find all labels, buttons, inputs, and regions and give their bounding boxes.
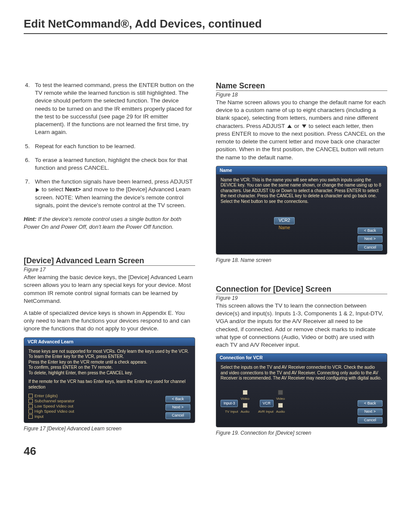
fig17-item1: Enter (digits)	[34, 393, 58, 398]
fig19-title: Connection for VCR	[216, 354, 387, 362]
fig17-item3: Low Speed Video out	[34, 404, 73, 409]
fig19-tv-audio-check	[243, 403, 248, 408]
fig18-name-field: VCR2	[274, 217, 295, 224]
adv-p1: After learning the basic device keys, th…	[24, 274, 195, 305]
fig19-tv-video-check	[243, 390, 248, 395]
fig17-t5: To delete, highlight Enter, then press t…	[28, 370, 190, 376]
right-column: Name Screen Figure 18 The Name screen al…	[216, 81, 387, 436]
fig18-instr: Name the VCR. This is the name you will …	[221, 177, 383, 205]
step-7: When the function signals have been lear…	[31, 178, 195, 209]
hint-label: Hint:	[24, 216, 37, 222]
fig17-item4: High Speed Video out	[34, 409, 74, 414]
fig19-instr: Select the inputs on the TV and AV Recei…	[221, 365, 383, 381]
fig17-t2: To learn the Enter key for the VCR, pres…	[28, 354, 190, 360]
adjust-right-icon	[36, 188, 39, 192]
adv-figref: Figure 17	[24, 267, 195, 273]
figure-18-panel: Name Name the VCR. This is the name you …	[216, 166, 387, 255]
fig17-item2: Subchannel separator	[34, 398, 75, 404]
checkbox-icon	[28, 404, 33, 408]
caption-17: Figure 17 [Device] Advanced Learn screen	[24, 426, 195, 432]
fig19-back-button: < Back	[358, 400, 383, 407]
figure-17-panel: VCR Advanced Learn These keys are not su…	[24, 337, 195, 423]
page-title: Edit NetCommand®, Add Devices, continued	[24, 17, 387, 31]
figure-19-panel: Connection for VCR Select the inputs on …	[216, 353, 387, 427]
conn-figref: Figure 19	[216, 295, 387, 301]
checkbox-icon	[28, 409, 33, 414]
fig17-t6: If the remote for the VCR has two Enter …	[28, 379, 190, 390]
fig19-audio-label-2: Audio	[276, 410, 285, 414]
fig19-tv-group: Input-3 TV Input Video Audio	[221, 390, 249, 414]
name-p-b: or	[294, 123, 301, 129]
fig17-title: VCR Advanced Learn	[24, 338, 195, 346]
step-7a: When the function signals have been lear…	[35, 178, 193, 185]
fig17-next-button: Next >	[165, 404, 190, 411]
page-number: 46	[24, 445, 387, 458]
fig19-next-button: Next >	[358, 408, 383, 415]
connection-title: Connection for [Device] Screen	[216, 285, 387, 294]
fig17-item5: Input	[34, 414, 44, 419]
fig18-name-label: Name	[221, 225, 348, 231]
fig19-avr-group: VCR AVR Input Video Audio	[258, 390, 285, 414]
fig17-t4: To confirm, press ENTER on the TV remote…	[28, 365, 190, 370]
fig19-cancel-button: Cancel	[358, 417, 383, 423]
checkbox-icon	[28, 414, 33, 419]
adv-rule	[24, 265, 195, 266]
step-7-next: Next>	[65, 186, 81, 193]
step-4: To test the learned command, press the E…	[31, 81, 195, 137]
fig17-back-button: < Back	[165, 396, 190, 402]
adv-learn-title: [Device] Advanced Learn Screen	[24, 256, 195, 265]
name-figref: Figure 18	[216, 92, 387, 98]
hint-text: If the device's remote control uses a si…	[24, 216, 181, 230]
conn-rule	[216, 294, 387, 294]
adjust-down-icon	[302, 124, 306, 128]
left-column: To test the learned command, press the E…	[24, 81, 195, 436]
hint: Hint: If the device's remote control use…	[24, 215, 195, 230]
caption-19: Figure 19. Connection for [Device] scree…	[216, 430, 387, 436]
title-rule	[24, 33, 387, 34]
name-rule	[216, 90, 387, 91]
fig19-avr-video-check	[278, 390, 283, 395]
name-screen-title: Name Screen	[216, 81, 387, 90]
fig19-tv-label: TV Input	[225, 410, 238, 414]
fig18-title: Name	[216, 166, 387, 175]
fig18-back-button: < Back	[358, 227, 383, 234]
fig17-cancel-button: Cancel	[165, 412, 190, 419]
fig19-audio-label-1: Audio	[240, 410, 249, 414]
fig17-t3: Press the Enter key on the VCR remote un…	[28, 360, 190, 365]
name-p: The Name screen allows you to change the…	[216, 99, 387, 162]
fig18-next-button: Next >	[358, 236, 383, 242]
fig19-avr-audio-check	[278, 403, 283, 408]
conn-p: This screen allows the TV to learn the c…	[216, 302, 387, 349]
adv-p2: A table of specialized device keys is sh…	[24, 309, 195, 333]
step-5: Repeat for each function to be learned.	[31, 143, 195, 150]
fig19-video-label-2: Video	[276, 397, 285, 401]
fig19-vcr-box: VCR	[260, 400, 274, 407]
fig18-cancel-button: Cancel	[358, 244, 383, 251]
fig17-t1: These keys are not supported for most VC…	[28, 349, 190, 355]
fig19-video-label-1: Video	[241, 397, 249, 401]
fig19-avr-label: AVR Input	[258, 410, 274, 414]
caption-18: Figure 18. Name screen	[216, 257, 387, 263]
step-7b: to select	[42, 186, 65, 193]
checkbox-icon	[28, 399, 33, 403]
step-6: To erase a learned function, highlight t…	[31, 156, 195, 172]
checkbox-icon	[28, 394, 33, 398]
adjust-up-icon	[287, 124, 292, 128]
fig19-input-box: Input-3	[221, 400, 238, 407]
steps-list: To test the learned command, press the E…	[24, 81, 195, 209]
